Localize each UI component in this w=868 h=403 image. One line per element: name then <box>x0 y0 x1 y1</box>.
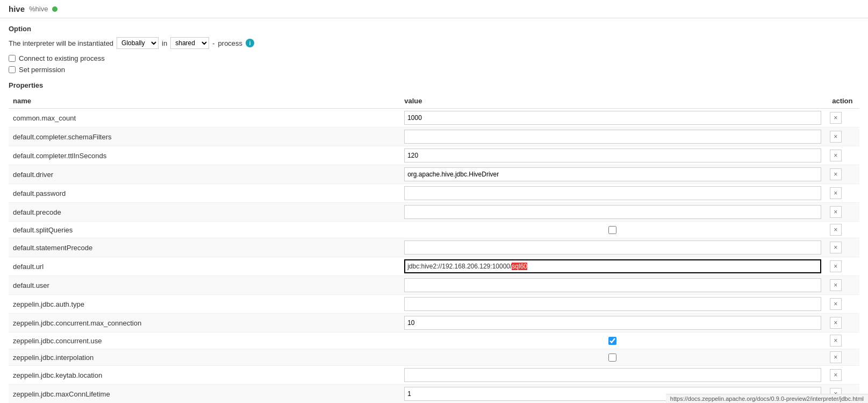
remove-property-button[interactable]: × <box>830 206 842 218</box>
globally-select[interactable]: Globally Per User Per Note <box>117 37 159 49</box>
table-row: default.completer.ttlInSeconds× <box>9 146 859 165</box>
remove-property-button[interactable]: × <box>830 112 842 124</box>
prop-value-cell <box>400 222 826 238</box>
interpreter-name: hive <box>9 4 25 13</box>
connect-existing-checkbox[interactable] <box>9 55 16 62</box>
col-header-name: name <box>9 94 400 109</box>
prop-name-cell: zeppelin.jdbc.keytab.location <box>9 366 400 385</box>
prop-action-cell: × <box>826 238 859 257</box>
table-row: zeppelin.jdbc.concurrent.max_connection× <box>9 314 859 333</box>
table-row: default.driver× <box>9 165 859 184</box>
prop-action-cell: × <box>826 146 859 165</box>
remove-property-button[interactable]: × <box>830 369 842 381</box>
prop-name-cell: zeppelin.jdbc.interpolation <box>9 349 400 366</box>
prop-value-cell <box>400 203 826 222</box>
prop-text-input[interactable] <box>404 149 821 162</box>
prop-text-input[interactable] <box>404 316 821 330</box>
prop-value-cell <box>400 333 826 349</box>
prop-checkbox[interactable] <box>608 337 616 345</box>
remove-property-button[interactable]: × <box>830 224 842 236</box>
table-row: zeppelin.jdbc.keytab.location× <box>9 366 859 385</box>
table-row: default.user× <box>9 276 859 295</box>
url-highlight: sql60 <box>512 263 527 270</box>
instantiate-row: The interpreter will be instantiated Glo… <box>9 37 859 49</box>
prop-action-cell: × <box>826 366 859 385</box>
prop-name-cell: default.statementPrecode <box>9 238 400 257</box>
table-row: default.urljdbc:hive2://192.168.206.129:… <box>9 257 859 276</box>
prop-action-cell: × <box>826 257 859 276</box>
remove-property-button[interactable]: × <box>830 168 842 180</box>
prop-name-cell: default.completer.schemaFilters <box>9 128 400 146</box>
remove-property-button[interactable]: × <box>830 335 842 347</box>
table-row: default.precode× <box>9 203 859 222</box>
prop-action-cell: × <box>826 184 859 203</box>
shared-dash: - <box>212 39 214 47</box>
prop-action-cell: × <box>826 109 859 128</box>
option-section-title: Option <box>9 25 859 33</box>
prop-name-cell: default.precode <box>9 203 400 222</box>
remove-property-button[interactable]: × <box>830 298 842 310</box>
info-icon: i <box>246 39 254 47</box>
prop-action-cell: × <box>826 276 859 295</box>
remove-property-button[interactable]: × <box>830 242 842 253</box>
prop-text-input[interactable] <box>404 111 821 125</box>
status-url: https://docs.zeppelin.apache.org/docs/0.… <box>670 395 864 402</box>
connect-existing-row: Connect to existing process <box>9 54 859 62</box>
prop-value-cell <box>400 295 826 314</box>
prop-action-cell: × <box>826 203 859 222</box>
shared-select[interactable]: shared scoped isolated <box>170 37 209 49</box>
process-label: process <box>218 39 243 47</box>
prop-text-input[interactable] <box>404 167 821 181</box>
remove-property-button[interactable]: × <box>830 150 842 161</box>
prop-value-cell <box>400 165 826 184</box>
table-row: common.max_count× <box>9 109 859 128</box>
table-row: default.password× <box>9 184 859 203</box>
status-bar: https://docs.zeppelin.apache.org/docs/0.… <box>666 394 868 403</box>
prop-action-cell: × <box>826 314 859 333</box>
remove-property-button[interactable]: × <box>830 317 842 329</box>
prop-text-input[interactable] <box>404 186 821 200</box>
remove-property-button[interactable]: × <box>830 279 842 291</box>
prop-checkbox[interactable] <box>608 353 616 362</box>
prop-text-input[interactable] <box>404 130 821 144</box>
prop-value-cell <box>400 276 826 295</box>
prop-name-cell: default.user <box>9 276 400 295</box>
table-row: zeppelin.jdbc.concurrent.use× <box>9 333 859 349</box>
prop-value-cell <box>400 184 826 203</box>
prop-value-cell <box>400 128 826 146</box>
prop-name-cell: default.splitQueries <box>9 222 400 238</box>
prop-value-cell <box>400 146 826 165</box>
table-row: default.splitQueries× <box>9 222 859 238</box>
prop-name-cell: default.completer.ttlInSeconds <box>9 146 400 165</box>
prop-checkbox[interactable] <box>608 226 616 234</box>
prop-text-input[interactable] <box>404 368 821 382</box>
status-indicator <box>52 6 58 12</box>
properties-section-title: Properties <box>9 81 859 89</box>
prop-name-cell: zeppelin.jdbc.maxConnLifetime <box>9 385 400 404</box>
prop-value-cell <box>400 109 826 128</box>
prop-text-input[interactable] <box>404 297 821 311</box>
instantiate-text: The interpreter will be instantiated <box>9 39 113 47</box>
interpreter-header: hive %hive <box>0 0 868 18</box>
set-permission-checkbox[interactable] <box>9 66 16 73</box>
table-row: default.statementPrecode× <box>9 238 859 257</box>
prop-text-input[interactable] <box>404 278 821 292</box>
table-row: default.completer.schemaFilters× <box>9 128 859 146</box>
prop-text-input[interactable] <box>404 205 821 219</box>
prop-value-cell: jdbc:hive2://192.168.206.129:10000/sql60 <box>400 257 826 276</box>
prop-name-cell: default.driver <box>9 165 400 184</box>
remove-property-button[interactable]: × <box>830 187 842 199</box>
remove-property-button[interactable]: × <box>830 131 842 143</box>
set-permission-row: Set permission <box>9 66 859 74</box>
prop-value-cell <box>400 349 826 366</box>
remove-property-button[interactable]: × <box>830 260 842 272</box>
table-row: zeppelin.jdbc.interpolation× <box>9 349 859 366</box>
prop-text-input[interactable] <box>404 241 821 254</box>
main-content: Option The interpreter will be instantia… <box>0 18 868 403</box>
prop-action-cell: × <box>826 295 859 314</box>
remove-property-button[interactable]: × <box>830 351 842 363</box>
prop-name-cell: default.password <box>9 184 400 203</box>
url-display[interactable]: jdbc:hive2://192.168.206.129:10000/sql60 <box>404 259 821 273</box>
col-header-action: action <box>826 94 859 109</box>
prop-name-cell: common.max_count <box>9 109 400 128</box>
